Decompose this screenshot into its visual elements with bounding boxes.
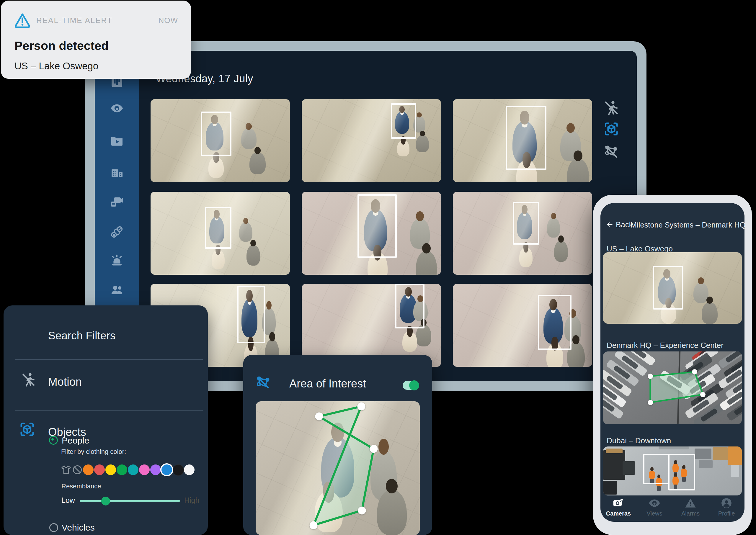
mobile-phone: Back Milestone Systems – Denmark HQ US –… bbox=[593, 195, 752, 535]
slider-high-label: High bbox=[184, 496, 199, 505]
people-label: People bbox=[62, 436, 89, 446]
resemblance-slider-track[interactable] bbox=[80, 500, 180, 502]
color-swatch[interactable] bbox=[173, 465, 184, 476]
color-swatch[interactable] bbox=[184, 465, 194, 475]
sidebar-item-recordings[interactable] bbox=[110, 134, 124, 148]
mobile-camera-tile[interactable] bbox=[603, 352, 742, 424]
camera-tile[interactable] bbox=[302, 192, 441, 275]
camera-tile[interactable] bbox=[453, 192, 592, 275]
filter-row-objects[interactable]: Objects bbox=[4, 418, 208, 451]
resemblance-slider-thumb[interactable] bbox=[101, 497, 110, 505]
polygon-vertex-handle[interactable] bbox=[310, 521, 318, 529]
person-figure bbox=[402, 326, 417, 352]
person-detection-box bbox=[201, 112, 231, 156]
sidebar-item-users[interactable] bbox=[110, 283, 124, 297]
nav-item-alarms[interactable]: Alarms bbox=[676, 497, 705, 517]
tshirt-icon[interactable] bbox=[61, 464, 72, 475]
object-search-icon bbox=[18, 420, 36, 438]
divider bbox=[15, 359, 203, 360]
camera-tile[interactable] bbox=[453, 284, 592, 367]
no-color-icon[interactable] bbox=[72, 464, 83, 475]
color-swatch[interactable] bbox=[117, 465, 127, 475]
color-swatch[interactable] bbox=[128, 465, 138, 475]
warehouse-crates bbox=[603, 481, 617, 494]
polygon-vertex-handle[interactable] bbox=[700, 392, 706, 397]
person-body bbox=[547, 218, 560, 238]
resemblance-label: Resemblance bbox=[61, 483, 101, 490]
color-swatch[interactable] bbox=[105, 465, 116, 475]
person-body bbox=[416, 135, 429, 152]
warehouse-crates bbox=[606, 449, 622, 454]
person-body bbox=[241, 128, 256, 149]
person-body bbox=[554, 241, 568, 262]
area-of-interest-title: Area of Interest bbox=[289, 378, 366, 390]
person-head bbox=[269, 332, 275, 341]
eye-icon bbox=[648, 497, 661, 510]
motion-off-icon bbox=[21, 372, 37, 388]
camera-tile[interactable] bbox=[453, 99, 592, 182]
page: Wednesday, 17 July REAL-TIME ALERT NOW P… bbox=[0, 0, 756, 535]
color-swatch[interactable] bbox=[139, 465, 150, 475]
sidebar-item-sites[interactable] bbox=[110, 165, 124, 179]
person-head bbox=[573, 151, 582, 161]
polygon-vertex-handle[interactable] bbox=[357, 403, 365, 410]
nav-item-cameras[interactable]: Cameras bbox=[604, 497, 633, 517]
person-detection-box bbox=[668, 454, 695, 491]
camera-tile[interactable] bbox=[302, 284, 441, 367]
area-polygon-icon bbox=[254, 374, 272, 392]
back-arrow-icon bbox=[606, 221, 613, 228]
area-of-interest-toggle[interactable] bbox=[403, 381, 418, 390]
sidebar-item-live-view[interactable] bbox=[110, 101, 124, 115]
nav-item-views[interactable]: Views bbox=[640, 497, 669, 517]
person-head bbox=[243, 218, 248, 224]
polygon-vertex-handle[interactable] bbox=[692, 369, 697, 375]
back-button[interactable]: Back bbox=[606, 219, 633, 230]
polygon-vertex-handle[interactable] bbox=[369, 445, 378, 453]
motion-off-icon[interactable] bbox=[603, 99, 620, 117]
motion-label: Motion bbox=[48, 376, 82, 388]
sidebar-item-rules[interactable] bbox=[110, 225, 124, 239]
color-swatch[interactable] bbox=[150, 465, 161, 475]
polygon-vertex-handle[interactable] bbox=[648, 374, 653, 379]
camera-tile[interactable] bbox=[151, 192, 290, 275]
person-head bbox=[707, 296, 713, 304]
polygon-vertex-handle[interactable] bbox=[358, 506, 366, 514]
color-swatch[interactable] bbox=[94, 465, 105, 475]
person-detection-box bbox=[538, 295, 571, 350]
nav-item-profile[interactable]: Profile bbox=[712, 497, 741, 517]
realtime-alert-card[interactable]: REAL-TIME ALERT NOW Person detected US –… bbox=[1, 1, 191, 79]
color-swatch[interactable] bbox=[83, 465, 94, 475]
sidebar-item-alarms[interactable] bbox=[110, 253, 124, 268]
people-radio[interactable] bbox=[49, 436, 58, 445]
person-body bbox=[702, 302, 718, 324]
person-figure bbox=[247, 240, 260, 266]
vehicles-label: Vehicles bbox=[62, 522, 95, 533]
sidebar-item-cameras[interactable] bbox=[110, 195, 124, 209]
mobile-camera-tile[interactable] bbox=[603, 446, 742, 495]
person-figure bbox=[547, 213, 560, 238]
mobile-camera-tile[interactable] bbox=[603, 252, 742, 324]
warehouse-crates bbox=[699, 460, 712, 468]
color-swatch-selected[interactable] bbox=[161, 465, 172, 475]
warehouse-crates bbox=[658, 446, 689, 449]
polygon-vertex-handle[interactable] bbox=[315, 412, 323, 420]
camera-tile[interactable] bbox=[151, 99, 290, 182]
camera-tile[interactable] bbox=[302, 99, 441, 182]
mobile-site-title: Milestone Systems – Denmark HQ bbox=[630, 221, 744, 229]
person-figure bbox=[397, 136, 409, 156]
filter-row-motion[interactable]: Motion bbox=[4, 369, 208, 401]
alarm-icon bbox=[684, 497, 697, 510]
profile-icon bbox=[720, 497, 733, 510]
person-figure bbox=[416, 243, 437, 275]
person-body bbox=[249, 152, 266, 174]
warehouse-crates bbox=[695, 449, 711, 460]
object-search-icon[interactable] bbox=[603, 120, 620, 137]
area-off-icon[interactable] bbox=[603, 143, 620, 160]
person-body bbox=[416, 251, 437, 275]
area-polygon bbox=[256, 401, 420, 535]
polygon-vertex-handle[interactable] bbox=[648, 400, 653, 405]
alert-timestamp: NOW bbox=[158, 16, 178, 25]
vehicles-radio[interactable] bbox=[49, 523, 58, 532]
area-of-interest-preview[interactable] bbox=[256, 401, 420, 535]
area-polygon bbox=[603, 352, 742, 424]
